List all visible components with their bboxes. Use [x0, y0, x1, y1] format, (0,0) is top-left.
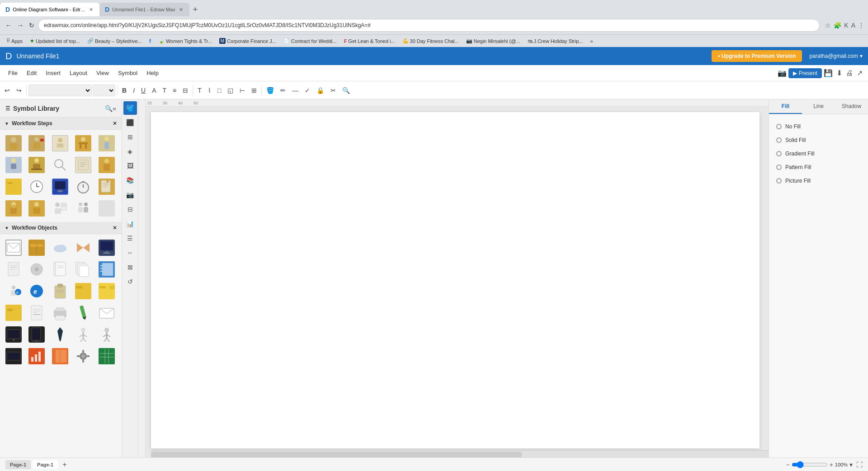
forward-button[interactable]: → — [15, 20, 25, 31]
sidebar-search-btn[interactable]: 🔍 — [105, 105, 113, 112]
rect-btn[interactable]: □ — [215, 84, 224, 97]
symbol-seated-person[interactable] — [4, 155, 24, 175]
group-btn[interactable]: ⊞ — [249, 84, 259, 97]
object-clipboard[interactable] — [50, 281, 70, 301]
object-doc3[interactable] — [73, 259, 93, 279]
object-tablet3[interactable] — [4, 346, 24, 366]
scissors-btn[interactable]: ✂ — [328, 84, 339, 97]
toolbar-img2-btn[interactable]: 📷 — [123, 188, 137, 202]
bookmark-btn[interactable]: ☆ — [825, 22, 831, 29]
tab-line[interactable]: Line — [802, 99, 835, 114]
symbol-desk-worker[interactable] — [27, 155, 47, 175]
symbol-worker2[interactable] — [27, 133, 47, 153]
user-dropdown-icon[interactable]: ▾ — [860, 53, 863, 59]
toolbar-select-btn[interactable]: ⬛ — [123, 116, 137, 129]
object-doc1[interactable] — [4, 259, 24, 279]
symbol-worker1[interactable] — [4, 133, 24, 153]
horizontal-scrollbar[interactable] — [151, 450, 769, 457]
toolbar-chart-btn[interactable]: 📊 — [123, 217, 137, 231]
pen-btn[interactable]: ✏ — [278, 84, 288, 97]
zoom-dropdown-btn[interactable]: ▾ — [849, 461, 853, 468]
toolbar-expand-btn[interactable]: ⊠ — [123, 260, 137, 274]
symbol-magnify[interactable] — [50, 155, 70, 175]
fill-option-picture[interactable]: Picture Fill — [774, 174, 863, 188]
object-ie[interactable]: e — [27, 281, 47, 301]
symbol-paper-work[interactable] — [73, 155, 93, 175]
object-folder1[interactable] — [73, 281, 93, 301]
menu-file[interactable]: File — [4, 67, 22, 79]
save-btn[interactable]: 💾 — [822, 67, 835, 79]
user-avatar-a[interactable]: A — [851, 22, 855, 29]
extensions-btn[interactable]: 🧩 — [834, 22, 841, 29]
object-tablet2[interactable] — [27, 325, 47, 344]
bookmark-beauty[interactable]: 🔗 Beauty – Styledrive... — [85, 37, 145, 45]
toolbar-stack-btn[interactable]: 📚 — [123, 174, 137, 187]
find-btn[interactable]: 🔍 — [340, 84, 353, 97]
address-bar[interactable] — [38, 19, 820, 32]
check-btn[interactable]: ✓ — [302, 84, 313, 97]
sidebar-collapse-btn[interactable]: « — [113, 105, 116, 112]
toolbar-layers-btn[interactable]: ◈ — [123, 145, 137, 158]
bookmark-contract[interactable]: 📄 Contract for Weddi... — [281, 37, 340, 45]
object-tablet[interactable] — [4, 325, 24, 344]
line-style-btn[interactable]: — — [289, 84, 301, 97]
tab-fill[interactable]: Fill — [769, 99, 802, 114]
workflow-objects-header[interactable]: ▼ Workflow Objects ✕ — [0, 222, 122, 234]
fill-option-pattern[interactable]: Pattern Fill — [774, 160, 863, 174]
symbol-doc-person[interactable] — [50, 198, 70, 218]
object-person-stand[interactable] — [73, 325, 93, 344]
text-insert-btn[interactable]: T — [195, 84, 204, 97]
symbol-worker-ribbon[interactable] — [4, 198, 24, 218]
bold-btn[interactable]: B — [119, 84, 129, 97]
symbol-two-persons[interactable] — [73, 198, 93, 218]
symbol-paperwork2[interactable] — [97, 177, 117, 197]
bookmark-more[interactable]: » — [587, 38, 595, 45]
object-mail[interactable] — [4, 238, 24, 258]
shape-btn[interactable]: ◱ — [225, 84, 236, 97]
menu-layout[interactable]: Layout — [65, 67, 92, 79]
bookmark-apps[interactable]: ⠿ Apps — [4, 37, 25, 45]
text-style-btn[interactable]: T — [160, 84, 169, 97]
object-tie[interactable] — [50, 325, 70, 344]
line-btn[interactable]: ⊢ — [237, 84, 248, 97]
menu-help[interactable]: Help — [142, 67, 163, 79]
refresh-button[interactable]: ↻ — [27, 20, 36, 31]
fill-option-no-fill[interactable]: No Fill — [774, 120, 863, 133]
toolbar-fill-btn[interactable]: 🪣 — [123, 101, 137, 115]
page-tab-1[interactable]: Page-1 — [33, 460, 58, 469]
tab-1-active[interactable]: D Online Diagram Software - Edra... ✕ — [0, 3, 99, 16]
symbol-person-box[interactable] — [27, 198, 47, 218]
menu-dots[interactable]: ⋮ — [858, 22, 864, 29]
upgrade-button[interactable]: • Upgrade to Premium Version — [712, 50, 802, 62]
user-email[interactable]: paratha@gmail.com — [809, 53, 858, 59]
symbol-worker-desk[interactable] — [73, 133, 93, 153]
object-box[interactable] — [27, 238, 47, 258]
bookmark-corporate[interactable]: M Corporate Finance J... — [217, 37, 279, 45]
object-person-ie[interactable]: e — [4, 281, 24, 301]
menu-edit[interactable]: Edit — [22, 67, 41, 79]
font-color-btn[interactable]: A — [149, 84, 159, 97]
workflow-objects-close[interactable]: ✕ — [113, 225, 117, 231]
menu-symbol[interactable]: Symbol — [113, 67, 142, 79]
canvas-area[interactable]: 25 30 40 50 — [138, 99, 769, 457]
font-size-selector[interactable] — [93, 85, 115, 96]
present-btn[interactable]: ▶ Present — [788, 68, 822, 78]
tab-2[interactable]: D Unnamed File1 - Edraw Max ✕ — [99, 3, 189, 16]
camera-btn[interactable]: 📷 — [776, 67, 788, 79]
align-more-btn[interactable]: ⊟ — [180, 84, 191, 97]
object-invoice[interactable] — [27, 303, 47, 323]
object-bow-tie[interactable] — [73, 238, 93, 258]
symbol-doc1[interactable] — [50, 133, 70, 153]
scroll-thumb-h[interactable] — [151, 452, 522, 457]
underline-btn[interactable]: U — [138, 84, 148, 97]
object-printer[interactable] — [50, 303, 70, 323]
zoom-out-btn[interactable]: − — [786, 461, 789, 468]
user-avatar-k[interactable]: K — [844, 22, 848, 29]
bookmark-jcrew[interactable]: 🛍 J.Crew Holiday Strip... — [525, 38, 586, 45]
symbol-person-gold[interactable] — [97, 155, 117, 175]
redo-btn[interactable]: ↪ — [14, 84, 24, 97]
lock-btn[interactable]: 🔒 — [314, 84, 327, 97]
bookmark-facebook[interactable]: f — [146, 37, 154, 45]
object-doc2[interactable] — [50, 259, 70, 279]
object-cloud[interactable] — [50, 238, 70, 258]
